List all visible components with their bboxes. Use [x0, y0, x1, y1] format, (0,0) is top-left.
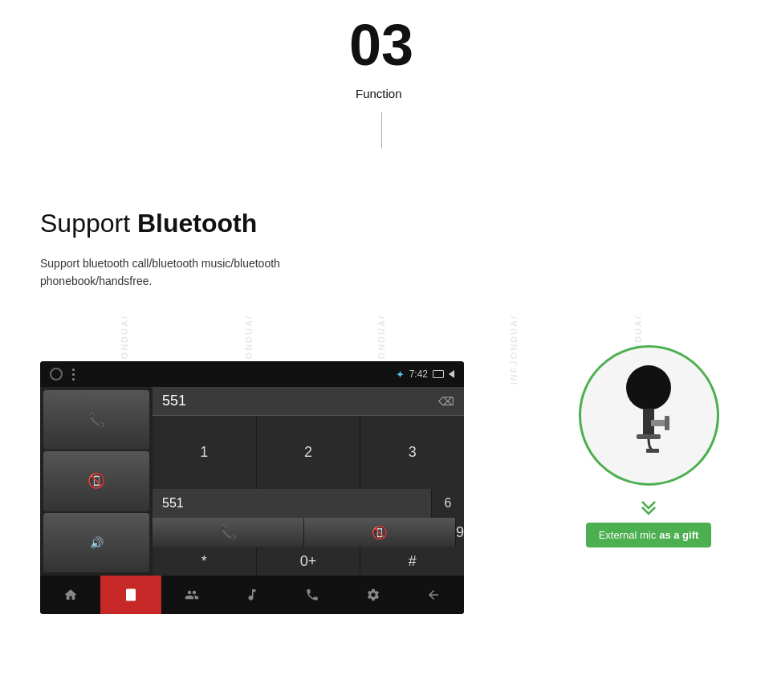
svg-rect-3 — [637, 434, 661, 439]
phone-icon: 📞 — [87, 411, 105, 429]
key-6[interactable]: 6 — [432, 489, 464, 518]
section-label: Function — [356, 87, 402, 100]
call-green-button[interactable]: 📞 — [153, 518, 303, 547]
volume-icon: 🔊 — [90, 536, 104, 549]
section-number: 03 — [349, 16, 413, 74]
svg-rect-5 — [665, 416, 669, 430]
status-circle-icon — [50, 368, 63, 381]
mic-circle — [579, 345, 719, 486]
dial-star[interactable]: * — [153, 547, 256, 576]
gift-badge: External mic as a gift — [586, 523, 712, 547]
section-divider — [381, 112, 382, 149]
volume-button[interactable]: 🔊 — [43, 513, 149, 572]
bluetooth-icon: ✦ — [396, 368, 405, 381]
description-text: Support bluetooth call/bluetooth music/b… — [40, 254, 377, 291]
nav-phone-active[interactable] — [100, 576, 161, 614]
gift-text-regular: External mic — [599, 529, 657, 541]
end-phone-icon: 📵 — [87, 472, 105, 490]
phone-mockup: ✦ 7:42 📞 📵 🔊 551 ⌫ — [40, 361, 464, 614]
dial-display: 551 ⌫ — [153, 387, 464, 416]
status-bar: ✦ 7:42 — [40, 361, 464, 387]
chevron-double-down-icon — [639, 500, 658, 516]
nav-back[interactable] — [404, 576, 464, 614]
status-right: ✦ 7:42 — [396, 368, 454, 381]
dial-key-3[interactable]: 3 — [360, 416, 464, 489]
back-icon — [449, 370, 454, 378]
call-red-button[interactable]: 📵 — [304, 518, 455, 547]
chevron-arrows — [639, 500, 658, 516]
nav-home[interactable] — [40, 576, 100, 614]
call-button[interactable]: 📞 — [43, 390, 149, 450]
dial-grid: 1 2 3 — [153, 416, 464, 489]
phone-left-panel: 📞 📵 🔊 — [40, 387, 153, 576]
key-9[interactable]: 9 — [456, 518, 464, 547]
dial-hash[interactable]: # — [360, 547, 464, 576]
heading-prefix: Support — [40, 209, 137, 238]
phone-nav-bar — [40, 576, 464, 614]
nav-phone-book[interactable] — [283, 576, 343, 614]
dial-zero[interactable]: 0+ — [257, 547, 360, 576]
status-time: 7:42 — [409, 368, 428, 380]
nav-contacts[interactable] — [161, 576, 222, 614]
call-red-icon: 📵 — [372, 525, 388, 540]
nav-settings[interactable] — [343, 576, 403, 614]
call-action-row: 📞 📵 9 — [153, 518, 464, 547]
gift-text-bold: as a gift — [659, 529, 698, 541]
svg-point-1 — [626, 365, 671, 410]
mic-section: External mic as a gift — [568, 345, 729, 547]
left-content-section: Support Bluetooth Support bluetooth call… — [40, 209, 377, 315]
screen-icon — [433, 370, 444, 378]
main-heading: Support Bluetooth — [40, 209, 377, 238]
call-display-row: 551 6 — [153, 489, 464, 518]
mic-illustration — [596, 364, 701, 468]
call-number-display: 551 — [153, 489, 431, 518]
heading-bold: Bluetooth — [137, 209, 257, 238]
nav-music[interactable] — [222, 576, 282, 614]
call-green-icon: 📞 — [219, 523, 237, 541]
watermark-line-4: INFJONDUA/ — [502, 0, 526, 700]
phone-content: 📞 📵 🔊 551 ⌫ 1 2 — [40, 387, 464, 576]
dial-number: 551 — [162, 393, 186, 409]
backspace-icon[interactable]: ⌫ — [438, 395, 454, 408]
dial-symbols-row: * 0+ # — [153, 547, 464, 576]
phone-right-panel: 551 ⌫ 1 2 3 551 6 — [153, 387, 464, 576]
end-call-button[interactable]: 📵 — [43, 451, 149, 511]
svg-rect-0 — [126, 589, 136, 601]
svg-rect-6 — [646, 449, 659, 453]
dial-key-2[interactable]: 2 — [257, 416, 360, 489]
dial-key-1[interactable]: 1 — [153, 416, 256, 489]
